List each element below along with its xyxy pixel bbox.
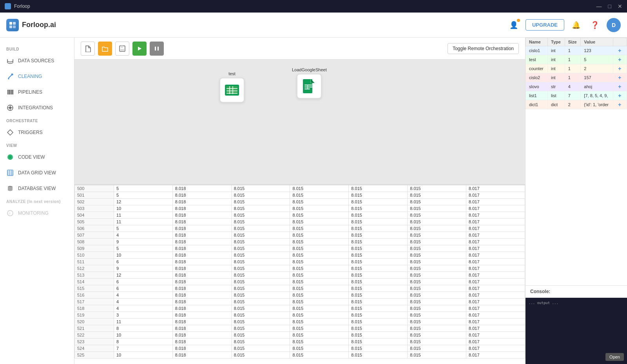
data-cell: 8.017	[466, 292, 525, 299]
row-index-cell: 519	[75, 312, 114, 319]
monitoring-label: MONITORING	[18, 210, 49, 216]
data-cell: 8.015	[408, 205, 466, 212]
titlebar: Forloop — □ ✕	[0, 0, 627, 13]
data-cell: 8.017	[466, 305, 525, 312]
canvas-node-load-google-sheet[interactable]: LoadGoogleSheet	[292, 67, 327, 99]
data-cell: 8.015	[231, 199, 290, 205]
sidebar-item-database-view[interactable]: DATABASE VIEW	[0, 181, 74, 196]
data-cell: 4	[114, 299, 172, 305]
data-cell: 8.015	[231, 219, 290, 225]
view-section-label: VIEW	[0, 140, 74, 149]
help-icon-button[interactable]: ❓	[588, 18, 602, 32]
data-cell: 8.015	[349, 325, 408, 332]
data-grid-container[interactable]: 50058.0188.0158.0158.0158.0158.01750158.…	[74, 185, 525, 364]
data-cell: 8.015	[231, 292, 290, 299]
data-cell: 8.017	[466, 279, 525, 285]
close-button[interactable]: ✕	[618, 3, 622, 9]
data-cell: 8.015	[408, 325, 466, 332]
variable-row: slovostr4ahoj+	[526, 82, 627, 91]
var-name-cell: cislo2	[526, 73, 548, 82]
data-cell: 8.017	[466, 352, 525, 359]
sidebar-item-data-sources[interactable]: DATA SOURCES	[0, 53, 74, 69]
data-grid-view-label: DATA GRID VIEW	[18, 170, 56, 176]
integrations-label: INTEGRATIONS	[18, 105, 53, 110]
open-file-button[interactable]	[98, 42, 112, 56]
data-cell: 8.015	[290, 259, 349, 265]
data-cell: 8.015	[231, 205, 290, 212]
sidebar-item-data-grid-view[interactable]: DATA GRID VIEW	[0, 165, 74, 181]
new-file-button[interactable]	[81, 42, 95, 56]
var-add-button[interactable]: +	[616, 92, 623, 99]
data-cell: 9	[114, 239, 172, 245]
data-cell: 8.015	[231, 345, 290, 352]
data-cell: 8.015	[349, 259, 408, 265]
var-add-button[interactable]: +	[616, 83, 623, 90]
pause-button[interactable]	[150, 42, 164, 56]
data-cell: 8.015	[349, 239, 408, 245]
var-size-cell: 1	[565, 46, 581, 55]
data-cell: 4	[114, 232, 172, 239]
data-cell: 8.015	[408, 352, 466, 359]
data-cell: 8.017	[466, 185, 525, 192]
data-cell: 8.017	[466, 205, 525, 212]
data-cell: 8.015	[290, 312, 349, 319]
svg-rect-29	[121, 46, 123, 48]
sidebar-item-monitoring: ? MONITORING	[0, 205, 74, 221]
row-index-cell: 500	[75, 185, 114, 192]
var-add-button[interactable]: +	[616, 65, 623, 72]
maximize-button[interactable]: □	[608, 3, 611, 9]
sidebar-item-cleaning[interactable]: CLEANING	[0, 69, 74, 84]
var-col-type: Type	[548, 38, 565, 46]
profile-icon-button[interactable]: 👤	[507, 18, 521, 32]
row-index-cell: 504	[75, 212, 114, 219]
open-console-button[interactable]: Open	[605, 353, 624, 361]
table-row: 50748.0188.0158.0158.0158.0158.017	[75, 232, 525, 239]
var-add-button[interactable]: +	[616, 101, 623, 108]
sidebar-item-code-view[interactable]: CODE VIEW	[0, 149, 74, 165]
sidebar-item-integrations[interactable]: INTEGRATIONS	[0, 100, 74, 116]
toolbar: Toggle Remote Orchestration	[74, 38, 525, 60]
sidebar-item-triggers[interactable]: TRIGGERS	[0, 125, 74, 140]
var-name-cell: list1	[526, 91, 548, 100]
data-grid: 50058.0188.0158.0158.0158.0158.01750158.…	[74, 185, 525, 359]
bell-icon-button[interactable]: 🔔	[569, 18, 583, 32]
data-cell: 8.017	[466, 285, 525, 292]
data-cell: 8.015	[290, 305, 349, 312]
data-cell: 12	[114, 199, 172, 205]
upgrade-button[interactable]: UPGRADE	[526, 19, 564, 31]
analyze-label: ANALYZE (In next version)	[6, 199, 68, 204]
data-cell: 8.015	[408, 212, 466, 219]
node-test-icon	[219, 78, 245, 103]
save-button[interactable]	[115, 42, 129, 56]
data-cell: 11	[114, 212, 172, 219]
notification-icon-wrapper: 👤	[507, 18, 521, 32]
table-row: 50898.0188.0158.0158.0158.0158.017	[75, 239, 525, 245]
data-cell: 8.015	[349, 279, 408, 285]
var-add-button[interactable]: +	[616, 47, 623, 54]
data-cell: 8.018	[172, 265, 231, 272]
table-row: 504118.0188.0158.0158.0158.0158.017	[75, 212, 525, 219]
table-row: 51748.0188.0158.0158.0158.0158.017	[75, 299, 525, 305]
data-cell: 8.015	[231, 339, 290, 345]
table-row: 505118.0188.0158.0158.0158.0158.017	[75, 219, 525, 225]
sidebar-item-pipelines[interactable]: PIPELINES	[0, 84, 74, 100]
data-cell: 8	[114, 339, 172, 345]
run-button[interactable]	[132, 42, 147, 56]
avatar-button[interactable]: D	[607, 18, 621, 32]
data-cell: 8.018	[172, 332, 231, 339]
data-cell: 8.015	[231, 259, 290, 265]
data-cell: 8.015	[290, 239, 349, 245]
data-cell: 8.015	[290, 192, 349, 199]
canvas-node-test[interactable]: test	[219, 71, 245, 103]
svg-rect-10	[12, 90, 13, 94]
minimize-button[interactable]: —	[596, 3, 602, 9]
console-inner: ... output ...	[526, 298, 627, 308]
var-add-button[interactable]: +	[616, 56, 623, 63]
svg-rect-7	[7, 90, 9, 94]
data-cell: 8.015	[408, 192, 466, 199]
data-cell: 8.015	[290, 245, 349, 252]
data-cell: 8.015	[408, 239, 466, 245]
svg-rect-35	[227, 86, 237, 94]
var-add-button[interactable]: +	[616, 74, 623, 81]
toggle-remote-button[interactable]: Toggle Remote Orchestration	[448, 43, 519, 54]
